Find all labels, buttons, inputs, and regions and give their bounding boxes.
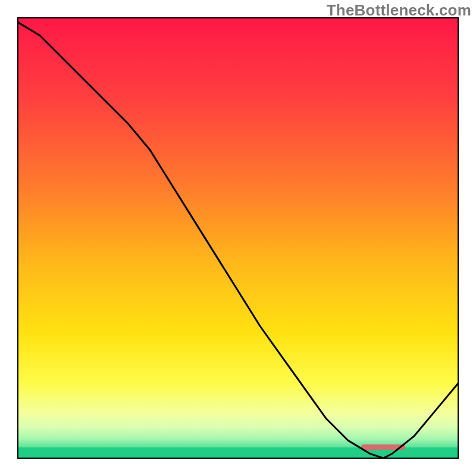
gradient-background — [18, 18, 458, 458]
chart-stage: TheBottleneck.com — [0, 0, 476, 476]
bottleneck-chart — [0, 0, 476, 476]
watermark-text: TheBottleneck.com — [327, 1, 471, 20]
